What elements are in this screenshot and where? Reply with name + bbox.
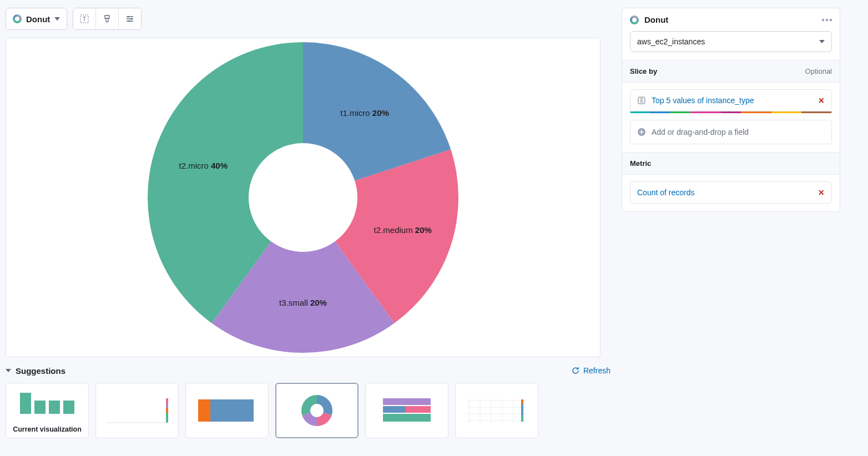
svg-rect-21 [239, 399, 254, 422]
suggestion-caption: Current visualization [13, 423, 82, 438]
slice-by-value: Top 5 values of instance_type [652, 96, 754, 105]
config-panel: Donut aws_ec2_instances Slice by Optiona… [622, 8, 840, 212]
chevron-down-icon [819, 40, 825, 43]
svg-rect-9 [34, 401, 46, 414]
slice-by-pill[interactable]: Top 5 values of instance_type ✕ [630, 89, 832, 112]
chart-toolbar: Donut T [6, 8, 610, 30]
svg-point-5 [128, 16, 129, 18]
svg-point-7 [129, 21, 130, 22]
metric-value: Count of records [637, 188, 695, 197]
dropzone-label: Add or drag-and-drop a field [652, 128, 749, 136]
svg-rect-16 [166, 408, 168, 413]
chart-canvas-card: t1.micro 20%t2.medium 20%t3.small 20%t2.… [6, 38, 600, 357]
slice-by-header: Slice by Optional [622, 60, 840, 83]
chart-type-dropdown[interactable]: Donut [6, 8, 67, 29]
metric-header: Metric [622, 152, 840, 175]
add-field-dropzone[interactable]: Add or drag-and-drop a field [630, 120, 832, 144]
config-title: Donut [644, 15, 668, 24]
remove-metric-button[interactable]: ✕ [818, 188, 825, 197]
chart-type-label: Donut [26, 14, 50, 24]
brush-mode-button[interactable] [96, 8, 119, 29]
svg-rect-11 [63, 401, 74, 414]
svg-rect-18 [198, 399, 210, 422]
brush-icon [103, 14, 112, 23]
text-frame-icon: T [80, 14, 89, 23]
svg-rect-8 [20, 393, 31, 414]
svg-rect-28 [521, 415, 523, 422]
svg-rect-14 [166, 398, 168, 404]
svg-text:T: T [83, 16, 86, 22]
suggestions-row: Current visualization [6, 383, 610, 438]
svg-rect-27 [521, 399, 523, 404]
field-icon [637, 96, 646, 105]
svg-rect-24 [383, 406, 405, 413]
svg-rect-22 [383, 398, 431, 405]
datasource-select[interactable]: aws_ec2_instances [630, 31, 832, 52]
palette-bar [630, 112, 832, 113]
refresh-label: Refresh [583, 366, 610, 375]
suggestion-card-donut[interactable] [275, 383, 359, 438]
svg-rect-25 [383, 414, 431, 422]
suggestion-card-stacked[interactable] [185, 383, 269, 438]
donut-icon [13, 14, 22, 23]
chevron-down-icon [54, 17, 60, 21]
suggestion-card-area[interactable] [455, 383, 538, 438]
remove-slice-button[interactable]: ✕ [818, 96, 825, 105]
svg-rect-10 [49, 401, 60, 414]
slice-by-label: Slice by [630, 67, 657, 75]
svg-rect-19 [210, 399, 225, 422]
svg-point-6 [131, 18, 133, 20]
more-actions-button[interactable] [822, 19, 832, 21]
suggestion-card-current[interactable]: Current visualization [6, 383, 89, 438]
donut-icon [630, 16, 639, 24]
refresh-icon [571, 366, 580, 375]
svg-rect-12 [104, 394, 170, 427]
suggestion-card-hbar[interactable] [365, 383, 448, 438]
plus-circle-icon [637, 128, 646, 136]
suggestions-header: Suggestions Refresh [6, 363, 610, 378]
settings-mode-button[interactable] [119, 8, 141, 29]
svg-rect-20 [225, 399, 239, 422]
text-mode-button[interactable]: T [73, 8, 96, 29]
metric-pill[interactable]: Count of records ✕ [630, 181, 832, 204]
donut-chart: t1.micro 20%t2.medium 20%t3.small 20%t2.… [137, 31, 470, 364]
sliders-icon [125, 14, 134, 23]
optional-label: Optional [805, 67, 832, 75]
datasource-value: aws_ec2_instances [637, 37, 705, 46]
chevron-down-icon[interactable] [6, 369, 11, 372]
svg-rect-15 [166, 404, 168, 408]
svg-rect-17 [166, 413, 168, 423]
suggestion-card-line[interactable] [95, 383, 179, 438]
metric-label: Metric [630, 159, 651, 168]
suggestions-title: Suggestions [16, 366, 65, 376]
refresh-button[interactable]: Refresh [571, 366, 610, 375]
